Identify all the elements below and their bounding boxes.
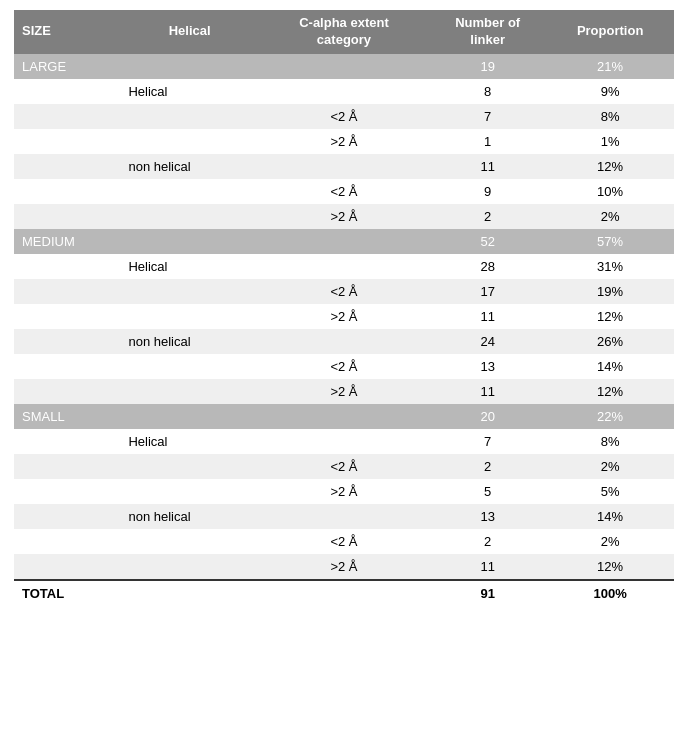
- row-helical: [120, 354, 258, 379]
- table-row: <2 Å 7 8%: [14, 104, 674, 129]
- row-size: [14, 179, 120, 204]
- table-row: <2 Å 13 14%: [14, 354, 674, 379]
- row-proportion: 5%: [546, 479, 674, 504]
- total-proportion: 100%: [546, 580, 674, 606]
- row-helical: [120, 304, 258, 329]
- category-number: 52: [429, 229, 546, 254]
- row-calpha: <2 Å: [259, 279, 429, 304]
- row-helical: [120, 179, 258, 204]
- table-row: Helical 28 31%: [14, 254, 674, 279]
- table-row: <2 Å 2 2%: [14, 454, 674, 479]
- category-proportion: 57%: [546, 229, 674, 254]
- row-proportion: 14%: [546, 504, 674, 529]
- row-number: 11: [429, 304, 546, 329]
- table-row: >2 Å 5 5%: [14, 479, 674, 504]
- category-number: 19: [429, 54, 546, 79]
- category-row: LARGE 19 21%: [14, 54, 674, 79]
- row-helical: [120, 104, 258, 129]
- table-row: >2 Å 11 12%: [14, 379, 674, 404]
- row-number: 2: [429, 454, 546, 479]
- row-number: 13: [429, 354, 546, 379]
- row-proportion: 12%: [546, 154, 674, 179]
- row-size: [14, 129, 120, 154]
- total-number: 91: [429, 580, 546, 606]
- category-number: 20: [429, 404, 546, 429]
- category-name: LARGE: [14, 54, 429, 79]
- row-proportion: 14%: [546, 354, 674, 379]
- row-number: 1: [429, 129, 546, 154]
- row-calpha: [259, 79, 429, 104]
- header-helical: Helical: [120, 10, 258, 54]
- table-row: <2 Å 9 10%: [14, 179, 674, 204]
- table-row: >2 Å 2 2%: [14, 204, 674, 229]
- data-table: SIZE Helical C-alpha extentcategory Numb…: [14, 10, 674, 606]
- row-proportion: 31%: [546, 254, 674, 279]
- row-proportion: 12%: [546, 304, 674, 329]
- row-size: [14, 354, 120, 379]
- row-calpha: [259, 504, 429, 529]
- row-calpha: <2 Å: [259, 179, 429, 204]
- row-size: [14, 104, 120, 129]
- table-row: <2 Å 17 19%: [14, 279, 674, 304]
- row-helical: Helical: [120, 254, 258, 279]
- row-proportion: 9%: [546, 79, 674, 104]
- row-proportion: 2%: [546, 204, 674, 229]
- row-number: 9: [429, 179, 546, 204]
- row-proportion: 8%: [546, 429, 674, 454]
- row-number: 11: [429, 379, 546, 404]
- row-helical: [120, 479, 258, 504]
- row-helical: Helical: [120, 79, 258, 104]
- row-calpha: >2 Å: [259, 479, 429, 504]
- row-helical: [120, 379, 258, 404]
- row-number: 24: [429, 329, 546, 354]
- row-calpha: [259, 254, 429, 279]
- row-size: [14, 79, 120, 104]
- row-calpha: [259, 329, 429, 354]
- header-calpha: C-alpha extentcategory: [259, 10, 429, 54]
- row-number: 17: [429, 279, 546, 304]
- row-proportion: 19%: [546, 279, 674, 304]
- row-size: [14, 504, 120, 529]
- row-size: [14, 279, 120, 304]
- row-number: 7: [429, 104, 546, 129]
- table-row: Helical 7 8%: [14, 429, 674, 454]
- row-proportion: 10%: [546, 179, 674, 204]
- row-proportion: 12%: [546, 379, 674, 404]
- header-proportion: Proportion: [546, 10, 674, 54]
- total-row: TOTAL 91 100%: [14, 580, 674, 606]
- row-proportion: 1%: [546, 129, 674, 154]
- row-size: [14, 154, 120, 179]
- category-proportion: 21%: [546, 54, 674, 79]
- row-size: [14, 204, 120, 229]
- row-helical: [120, 129, 258, 154]
- row-number: 28: [429, 254, 546, 279]
- row-helical: [120, 529, 258, 554]
- row-calpha: <2 Å: [259, 529, 429, 554]
- row-calpha: <2 Å: [259, 454, 429, 479]
- row-helical: Helical: [120, 429, 258, 454]
- row-proportion: 2%: [546, 529, 674, 554]
- category-name: SMALL: [14, 404, 429, 429]
- row-size: [14, 554, 120, 580]
- row-helical: non helical: [120, 504, 258, 529]
- row-proportion: 12%: [546, 554, 674, 580]
- row-size: [14, 479, 120, 504]
- row-helical: [120, 204, 258, 229]
- header-size: SIZE: [14, 10, 120, 54]
- row-size: [14, 329, 120, 354]
- row-size: [14, 379, 120, 404]
- total-label: TOTAL: [14, 580, 429, 606]
- row-size: [14, 304, 120, 329]
- row-calpha: <2 Å: [259, 104, 429, 129]
- row-size: [14, 429, 120, 454]
- row-number: 8: [429, 79, 546, 104]
- row-calpha: >2 Å: [259, 129, 429, 154]
- row-calpha: >2 Å: [259, 204, 429, 229]
- row-number: 2: [429, 529, 546, 554]
- row-number: 7: [429, 429, 546, 454]
- category-name: MEDIUM: [14, 229, 429, 254]
- category-row: SMALL 20 22%: [14, 404, 674, 429]
- row-number: 13: [429, 504, 546, 529]
- table-row: >2 Å 11 12%: [14, 304, 674, 329]
- row-helical: [120, 279, 258, 304]
